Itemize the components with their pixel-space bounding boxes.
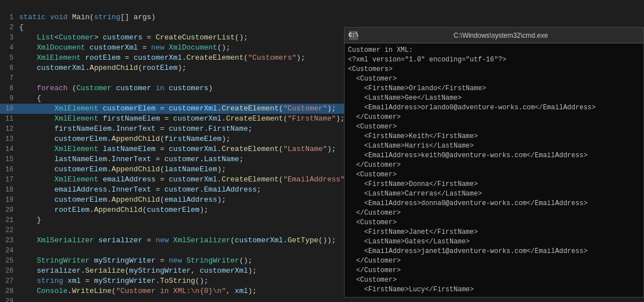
code-line: 15 lastNameElem.InnerText = customer.Las… bbox=[0, 154, 344, 165]
cmd-icon: C:\ bbox=[349, 31, 358, 40]
code-editor: 1 static void Main(string[] args) 2 { 3 … bbox=[0, 0, 344, 302]
code-line: 9 { bbox=[0, 94, 344, 104]
code-line: 19 customerElem.AppendChild(emailAddress… bbox=[0, 195, 344, 205]
code-line: 28 Console.WriteLine("Customer in XML:\n… bbox=[0, 286, 344, 296]
code-line: 4 XmlDocument customerXml = new XmlDocum… bbox=[0, 43, 344, 53]
code-line: 2 { bbox=[0, 23, 344, 33]
code-line: 8 foreach (Customer customer in customer… bbox=[0, 83, 344, 94]
code-line: 3 List<Customer> customers = CreateCusto… bbox=[0, 33, 344, 43]
code-line: 6 customerXml.AppendChild(rootElem); bbox=[0, 63, 344, 73]
code-line: 17 XmlElement emailAddress = customerXml… bbox=[0, 175, 344, 185]
code-line: 5 XmlElement rootElem = customerXml.Crea… bbox=[0, 53, 344, 63]
code-line: 24 bbox=[0, 246, 344, 256]
code-line: 22 bbox=[0, 225, 344, 236]
code-line: 29 bbox=[0, 296, 344, 302]
cmd-window: C:\ C:\Windows\system32\cmd.exe Customer… bbox=[344, 27, 644, 297]
code-line: 14 XmlElement lastNameElem = customerXml… bbox=[0, 144, 344, 154]
code-line: 18 emailAddress.InnerText = customer.Ema… bbox=[0, 185, 344, 195]
code-line: 11 XmlElement firstNameElem = customerXm… bbox=[0, 114, 344, 124]
code-line: 23 XmlSerializer serializer = new XmlSer… bbox=[0, 236, 344, 246]
code-line bbox=[0, 2, 344, 12]
code-line: 26 serializer.Serialize(myStringWriter, … bbox=[0, 266, 344, 276]
code-line: 13 customerElem.AppendChild(firstNameEle… bbox=[0, 134, 344, 144]
code-line: 20 rootElem.AppendChild(customerElem); bbox=[0, 205, 344, 215]
code-line: 21 } bbox=[0, 215, 344, 225]
code-line: 12 firstNameElem.InnerText = customer.Fi… bbox=[0, 124, 344, 134]
code-line: 25 StringWriter myStringWriter = new Str… bbox=[0, 256, 344, 266]
cmd-titlebar: C:\ C:\Windows\system32\cmd.exe bbox=[345, 28, 643, 43]
code-line-highlighted: 10 XmlElement customerElem = customerXml… bbox=[0, 104, 344, 114]
cmd-output: Customer in XML: <?xml version="1.0" enc… bbox=[345, 43, 643, 297]
code-line: 27 string xml = myStringWriter.ToString(… bbox=[0, 276, 344, 286]
code-line: 7 bbox=[0, 73, 344, 83]
code-line: 1 static void Main(string[] args) bbox=[0, 12, 344, 23]
cmd-title: C:\Windows\system32\cmd.exe bbox=[363, 32, 639, 39]
code-line: 16 customerElem.AppendChild(lastNameElem… bbox=[0, 165, 344, 175]
